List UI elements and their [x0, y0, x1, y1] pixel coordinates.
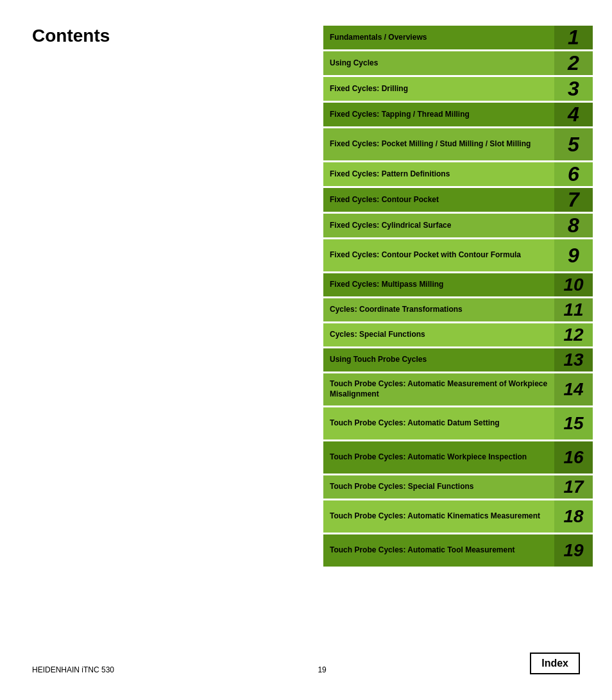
toc-label-8: Fixed Cycles: Cylindrical Surface — [323, 214, 554, 237]
toc-label-3: Fixed Cycles: Drilling — [323, 77, 554, 101]
toc-number-16: 16 — [554, 441, 593, 474]
index-button[interactable]: Index — [530, 653, 580, 674]
toc-label-14: Touch Probe Cycles: Automatic Measuremen… — [323, 373, 554, 405]
footer: HEIDENHAIN iTNC 530 19 Index — [32, 653, 580, 674]
toc-label-2: Using Cycles — [323, 51, 554, 75]
toc-label-7: Fixed Cycles: Contour Pocket — [323, 188, 554, 212]
toc-number-12: 12 — [554, 323, 593, 346]
toc-item-6[interactable]: Fixed Cycles: Pattern Definitions 6 — [323, 162, 593, 186]
toc-label-9: Fixed Cycles: Contour Pocket with Contou… — [323, 239, 554, 271]
toc-label-16: Touch Probe Cycles: Automatic Workpiece … — [323, 441, 554, 474]
toc-number-15: 15 — [554, 407, 593, 440]
toc-item-2[interactable]: Using Cycles 2 — [323, 51, 593, 75]
footer-page-number: 19 — [318, 665, 326, 674]
table-of-contents: Fundamentals / Overviews 1 Using Cycles … — [323, 26, 593, 568]
toc-number-1: 1 — [554, 26, 593, 49]
toc-number-5: 5 — [554, 128, 593, 160]
toc-label-13: Using Touch Probe Cycles — [323, 348, 554, 371]
toc-label-11: Cycles: Coordinate Transformations — [323, 298, 554, 321]
toc-item-10[interactable]: Fixed Cycles: Multipass Milling 10 — [323, 273, 593, 296]
toc-item-13[interactable]: Using Touch Probe Cycles 13 — [323, 348, 593, 371]
toc-item-3[interactable]: Fixed Cycles: Drilling 3 — [323, 77, 593, 101]
toc-label-12: Cycles: Special Functions — [323, 323, 554, 346]
toc-number-8: 8 — [554, 214, 593, 237]
toc-label-18: Touch Probe Cycles: Automatic Kinematics… — [323, 500, 554, 533]
toc-number-11: 11 — [554, 298, 593, 321]
toc-label-1: Fundamentals / Overviews — [323, 26, 554, 49]
toc-number-13: 13 — [554, 348, 593, 371]
toc-item-7[interactable]: Fixed Cycles: Contour Pocket 7 — [323, 188, 593, 212]
toc-number-2: 2 — [554, 51, 593, 75]
toc-item-4[interactable]: Fixed Cycles: Tapping / Thread Milling 4 — [323, 103, 593, 126]
toc-label-15: Touch Probe Cycles: Automatic Datum Sett… — [323, 407, 554, 440]
toc-number-17: 17 — [554, 475, 593, 499]
page: Contents Fundamentals / Overviews 1 Usin… — [0, 0, 612, 700]
toc-item-19[interactable]: Touch Probe Cycles: Automatic Tool Measu… — [323, 534, 593, 567]
toc-label-5: Fixed Cycles: Pocket Milling / Stud Mill… — [323, 128, 554, 160]
toc-number-19: 19 — [554, 534, 593, 567]
toc-item-8[interactable]: Fixed Cycles: Cylindrical Surface 8 — [323, 214, 593, 237]
toc-number-14: 14 — [554, 373, 593, 405]
toc-number-18: 18 — [554, 500, 593, 533]
toc-number-10: 10 — [554, 273, 593, 296]
toc-item-12[interactable]: Cycles: Special Functions 12 — [323, 323, 593, 346]
toc-label-17: Touch Probe Cycles: Special Functions — [323, 475, 554, 499]
toc-item-14[interactable]: Touch Probe Cycles: Automatic Measuremen… — [323, 373, 593, 405]
footer-product-name: HEIDENHAIN iTNC 530 — [32, 665, 114, 674]
toc-number-3: 3 — [554, 77, 593, 101]
toc-label-6: Fixed Cycles: Pattern Definitions — [323, 162, 554, 186]
toc-item-17[interactable]: Touch Probe Cycles: Special Functions 17 — [323, 475, 593, 499]
toc-number-9: 9 — [554, 239, 593, 271]
toc-number-7: 7 — [554, 188, 593, 212]
toc-item-1[interactable]: Fundamentals / Overviews 1 — [323, 26, 593, 49]
toc-item-5[interactable]: Fixed Cycles: Pocket Milling / Stud Mill… — [323, 128, 593, 160]
toc-number-6: 6 — [554, 162, 593, 186]
toc-label-19: Touch Probe Cycles: Automatic Tool Measu… — [323, 534, 554, 567]
toc-item-9[interactable]: Fixed Cycles: Contour Pocket with Contou… — [323, 239, 593, 271]
toc-item-18[interactable]: Touch Probe Cycles: Automatic Kinematics… — [323, 500, 593, 533]
toc-label-4: Fixed Cycles: Tapping / Thread Milling — [323, 103, 554, 126]
toc-number-4: 4 — [554, 103, 593, 126]
toc-label-10: Fixed Cycles: Multipass Milling — [323, 273, 554, 296]
toc-item-11[interactable]: Cycles: Coordinate Transformations 11 — [323, 298, 593, 321]
toc-item-16[interactable]: Touch Probe Cycles: Automatic Workpiece … — [323, 441, 593, 474]
toc-item-15[interactable]: Touch Probe Cycles: Automatic Datum Sett… — [323, 407, 593, 440]
footer-index: Index — [530, 653, 580, 674]
